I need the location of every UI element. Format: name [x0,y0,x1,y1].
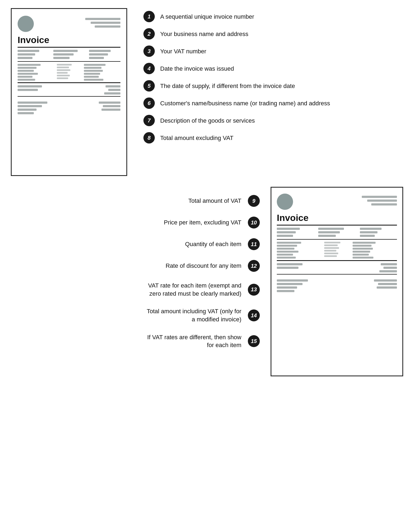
badge-14: 14 [248,309,260,321]
table-col [84,64,120,81]
table-line [353,251,370,253]
table-line [277,257,296,259]
bottom-text-10: Price per item, excluding VAT [164,218,241,227]
item-text-1: A sequential unique invoice number [160,11,254,21]
item-text-5: The date of supply, if different from th… [160,80,295,90]
bottom-line [277,279,308,282]
table-line [277,248,294,250]
bottom-right-col [81,102,120,114]
table-line [57,64,72,66]
footer-line [106,85,120,87]
bottom-item-12: Rate of discount for any item 12 [11,255,260,277]
info-line [53,57,70,59]
invoice-divider-bottom-left [18,82,120,83]
bottom-line [18,105,42,107]
table-line [277,245,297,247]
info-line [277,235,293,237]
invoice-title-left: Invoice [18,35,120,45]
info-line [18,50,39,52]
footer-line [277,267,298,269]
invoice-divider-bottom-right [277,260,397,261]
footer-line [18,85,42,87]
bottom-line [377,286,397,289]
footer-line [18,89,38,91]
footer-line [383,267,397,269]
badge-15: 15 [248,335,260,347]
item-text-7: Description of the goods or services [160,115,255,125]
table-line [324,255,337,257]
info-line [318,235,336,237]
table-line [277,242,301,244]
info-line [89,53,108,56]
bottom-text-9: Total amount of VAT [188,197,241,205]
info-col-r3 [360,228,397,237]
info-line [53,50,78,52]
info-line [360,228,382,230]
table-line [57,69,70,71]
bottom-item-15: If VAT rates are different, then show fo… [11,328,260,354]
numbered-item-3: 3 Your VAT number [143,45,403,57]
table-line [84,79,103,81]
numbered-item-1: 1 A sequential unique invoice number [143,11,403,22]
bottom-left-list: Total amount of VAT 9 Price per item, ex… [11,187,262,354]
table-line [324,250,336,252]
invoice-logo-left [18,16,34,32]
badge-12: 12 [248,260,260,272]
badge-4: 4 [143,63,155,74]
badge-8: 8 [143,132,155,143]
badge-13: 13 [248,284,260,296]
item-text-4: Date the invoice was issued [160,63,234,73]
numbered-item-5: 5 The date of supply, if different from … [143,80,403,92]
footer-left-col [18,85,77,94]
footer-right-right-col [351,263,397,272]
numbered-item-4: 4 Date the invoice was issued [143,63,403,74]
badge-2: 2 [143,28,155,40]
info-line [360,235,375,237]
invoice-table-left [18,64,120,81]
bottom-right-left-col [277,279,346,292]
table-line [84,67,101,69]
table-row-r1 [277,242,397,259]
table-col-r [324,242,350,259]
bottom-line [18,102,47,104]
invoice-divider-lower-right [277,274,397,275]
invoice-mock-right: Invoice [271,187,403,376]
table-line [18,79,35,81]
table-line [324,242,340,243]
bottom-line [18,112,34,114]
table-line [84,76,99,78]
info-line [360,231,377,233]
footer-right-left-col [277,263,346,272]
table-line [277,251,298,253]
header-line [362,196,397,198]
invoice-title-right: Invoice [277,213,397,223]
table-line [353,254,369,256]
info-line [89,50,111,52]
invoice-logo-right [277,194,293,210]
table-line [84,70,103,72]
table-line [57,72,68,74]
badge-3: 3 [143,45,155,57]
bottom-line [378,283,397,285]
table-line [57,67,69,68]
header-line [85,18,120,20]
info-col-1 [18,50,49,59]
bottom-item-10: Price per item, excluding VAT 10 [11,212,260,233]
numbered-item-8: 8 Total amount excluding VAT [143,132,403,143]
table-line [353,245,372,247]
info-line [318,228,344,230]
info-col-r2 [318,228,355,237]
info-line [277,231,296,233]
bottom-right-right-col [351,279,397,292]
bottom-line [99,102,120,104]
info-col-3 [89,50,120,59]
numbered-item-7: 7 Description of the goods or services [143,115,403,126]
bottom-text-11: Quantity of each item [185,240,241,248]
invoice-info-row [18,50,120,59]
info-line [318,231,340,233]
table-line [57,75,70,76]
table-line [353,248,373,250]
footer-right-col [81,85,120,94]
badge-6: 6 [143,97,155,109]
badge-5: 5 [143,80,155,92]
